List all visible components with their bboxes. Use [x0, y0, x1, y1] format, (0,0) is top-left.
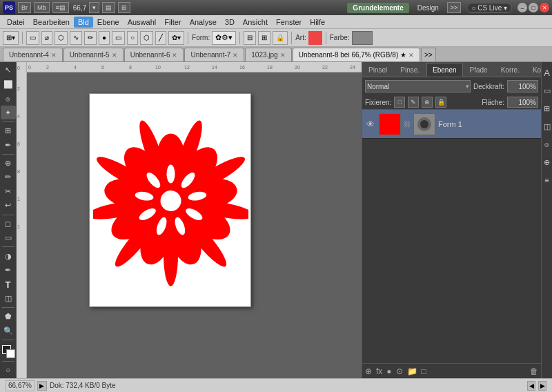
- screen-mode-btn[interactable]: ▤: [102, 2, 115, 13]
- status-arrow-btn[interactable]: ▶: [37, 381, 47, 391]
- panel-tab-pinse[interactable]: Pinse.: [394, 63, 426, 77]
- link-layers-btn[interactable]: ⊕: [365, 366, 372, 376]
- path-tool[interactable]: ◫: [1, 292, 16, 305]
- fg-bg-colors[interactable]: [1, 344, 16, 357]
- tab-overflow-btn[interactable]: >>: [421, 48, 436, 61]
- lasso-tool[interactable]: ⌾: [1, 92, 16, 105]
- zoom-dropdown-btn[interactable]: ▾: [89, 2, 99, 13]
- deckkraft-input[interactable]: [507, 80, 538, 92]
- right-btn-2[interactable]: ▭: [540, 83, 553, 98]
- text-tool[interactable]: T: [1, 277, 16, 291]
- brush-tool[interactable]: ✏: [1, 170, 16, 184]
- adjustment-btn[interactable]: ⊙: [396, 366, 403, 376]
- extras-btn[interactable]: ⊞: [118, 2, 130, 13]
- rect-btn[interactable]: ▭: [112, 31, 125, 45]
- tab-1023[interactable]: 1023.jpg ✕: [245, 48, 291, 61]
- maximize-btn[interactable]: □: [529, 3, 538, 12]
- tab-close-1023[interactable]: ✕: [280, 52, 286, 59]
- layout-btn[interactable]: ≡▤: [52, 2, 69, 13]
- circle-btn[interactable]: ●: [99, 31, 110, 45]
- spot-heal-tool[interactable]: ⊕: [1, 157, 16, 170]
- tab-unbenannt4[interactable]: Unbenannt-4 ✕: [3, 48, 63, 61]
- bridge-btn[interactable]: Br: [18, 2, 31, 13]
- polygon-btn[interactable]: ⬡: [55, 31, 68, 45]
- menu-auswahl[interactable]: Auswahl: [124, 17, 161, 28]
- fx-btn[interactable]: fx: [376, 366, 382, 376]
- menu-bearbeiten[interactable]: Bearbeiten: [29, 17, 74, 28]
- custom-shape-btn[interactable]: ✿▾: [168, 31, 184, 45]
- nav-right-btn[interactable]: ▶: [538, 381, 546, 391]
- menu-ansicht[interactable]: Ansicht: [239, 17, 272, 28]
- zoom-tool[interactable]: 🔍: [1, 324, 16, 337]
- brush-btn[interactable]: ∿: [70, 31, 82, 45]
- fill-input[interactable]: [507, 97, 538, 108]
- crop-tool[interactable]: ⊞: [1, 124, 16, 137]
- pen-btn[interactable]: ✏: [84, 31, 97, 45]
- marquee-btn[interactable]: ▭: [26, 31, 39, 45]
- nav-left-btn[interactable]: ◀: [527, 381, 535, 391]
- history-brush-tool[interactable]: ↩: [1, 199, 16, 212]
- lasso-btn[interactable]: ⌀: [41, 31, 52, 45]
- menu-hilfe[interactable]: Hilfe: [306, 17, 329, 28]
- mini-bridge-btn[interactable]: Mb: [34, 2, 50, 13]
- fix-draw-btn[interactable]: ✎: [408, 97, 419, 108]
- selection-tool[interactable]: ⬜: [1, 77, 16, 90]
- right-btn-7[interactable]: ≡: [540, 173, 553, 188]
- panel-tab-korre[interactable]: Korre.: [495, 63, 526, 77]
- panel-tab-pinsel[interactable]: Pinsel: [362, 63, 393, 77]
- right-btn-4[interactable]: ◫: [540, 119, 553, 134]
- dodge-tool[interactable]: ◑: [1, 249, 16, 262]
- tab-unbenannt7[interactable]: Unbenannt-7 ✕: [184, 48, 244, 61]
- move-tool[interactable]: ↖: [1, 63, 16, 77]
- design-btn[interactable]: Design: [412, 3, 444, 13]
- menu-filter[interactable]: Filter: [160, 17, 185, 28]
- eraser-tool[interactable]: ◻: [1, 217, 16, 231]
- tab-close-8[interactable]: ✕: [408, 52, 414, 59]
- panel-tab-ebenen[interactable]: Ebenen: [426, 63, 462, 77]
- align-btn[interactable]: ⊟: [244, 31, 256, 45]
- fix-all-btn[interactable]: 🔒: [435, 97, 446, 108]
- background-color[interactable]: [6, 349, 15, 358]
- menu-bld[interactable]: Bld: [74, 17, 93, 28]
- tab-unbenannt6[interactable]: Unbenannt-6 ✕: [124, 48, 184, 61]
- gradient-tool[interactable]: ▭: [1, 231, 16, 244]
- right-btn-5[interactable]: ⌾: [540, 137, 553, 152]
- layer-visibility-btn[interactable]: 👁: [365, 119, 376, 130]
- tab-close-4[interactable]: ✕: [51, 52, 57, 59]
- right-btn-1[interactable]: A: [540, 65, 553, 80]
- color-picker-btn[interactable]: [352, 31, 373, 45]
- new-layer-btn[interactable]: □: [422, 366, 426, 376]
- menu-3d[interactable]: 3D: [221, 17, 239, 28]
- fix-pixel-btn[interactable]: □: [394, 97, 405, 108]
- right-btn-6[interactable]: ⊕: [540, 155, 553, 170]
- magic-wand-tool[interactable]: ✦: [1, 106, 16, 119]
- tab-unbenannt5[interactable]: Unbenannt-5 ✕: [63, 48, 124, 61]
- polygon2-btn[interactable]: ⬡: [140, 31, 153, 45]
- art-picker-btn[interactable]: [308, 31, 322, 45]
- tab-close-5[interactable]: ✕: [112, 52, 117, 59]
- tool-preset-btn[interactable]: ⊞▾: [3, 31, 19, 45]
- zoom-indicator[interactable]: 66,67%: [6, 380, 34, 391]
- lock-btn[interactable]: 🔒: [273, 31, 288, 45]
- extend-workspaces-btn[interactable]: >>: [447, 2, 462, 13]
- menu-datei[interactable]: Datei: [3, 17, 29, 28]
- tab-close-6[interactable]: ✕: [172, 52, 177, 59]
- panel-tab-pfade[interactable]: Pfade: [464, 63, 494, 77]
- add-mask-btn[interactable]: ●: [386, 366, 391, 376]
- menu-analyse[interactable]: Analyse: [186, 17, 221, 28]
- shape-picker-btn[interactable]: ✿⚙▾: [212, 31, 236, 45]
- clone-tool[interactable]: ✂: [1, 185, 16, 198]
- close-btn[interactable]: ✕: [540, 3, 549, 12]
- shape-tool[interactable]: ⬟: [1, 310, 16, 323]
- new-group-btn[interactable]: 📁: [407, 366, 417, 376]
- workspace-btn[interactable]: Grundelemente: [347, 3, 408, 13]
- pen-tool[interactable]: ✒: [1, 264, 16, 277]
- delete-layer-btn[interactable]: 🗑: [530, 366, 538, 376]
- fix-move-btn[interactable]: ⊕: [422, 97, 433, 108]
- right-btn-3[interactable]: ⊞: [540, 101, 553, 116]
- ellipse-btn[interactable]: ○: [127, 31, 138, 45]
- menu-ebene[interactable]: Ebene: [93, 17, 124, 28]
- tab-unbenannt8[interactable]: Unbenannt-8 bei 66,7% (RGB/8) ★ ✕: [293, 48, 420, 61]
- menu-fenster[interactable]: Fenster: [272, 17, 306, 28]
- quick-mask-btn[interactable]: ○: [1, 363, 16, 376]
